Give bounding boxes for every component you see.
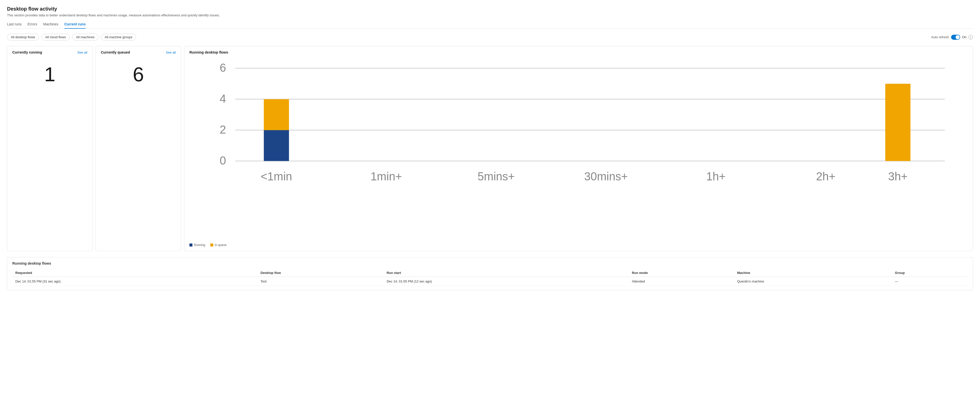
svg-text:<1min: <1min bbox=[261, 170, 292, 183]
table-header-row: Requested Desktop flow Run start Run mod… bbox=[12, 269, 968, 277]
running-flows-table-title: Running desktop flows bbox=[12, 261, 968, 265]
tabs-bar: Last runs Errors Machines Current runs bbox=[7, 22, 973, 29]
svg-text:3h+: 3h+ bbox=[888, 170, 908, 183]
legend-running-dot bbox=[189, 244, 192, 247]
currently-queued-card: Currently queued See all 6 bbox=[95, 46, 181, 251]
col-group: Group bbox=[892, 269, 968, 277]
currently-running-value: 1 bbox=[12, 64, 87, 84]
bar-3hplus-queue bbox=[885, 84, 910, 161]
svg-text:2: 2 bbox=[220, 123, 226, 136]
legend-in-queue: In queue bbox=[210, 243, 227, 247]
svg-text:1min+: 1min+ bbox=[371, 170, 402, 183]
filter-all-machine-groups[interactable]: All machine groups bbox=[101, 34, 136, 40]
legend-in-queue-label: In queue bbox=[215, 243, 227, 247]
svg-text:0: 0 bbox=[220, 154, 226, 167]
currently-queued-value: 6 bbox=[101, 64, 176, 84]
legend-running-label: Running bbox=[194, 243, 205, 247]
svg-text:4: 4 bbox=[220, 92, 226, 105]
filter-all-desktop-flows[interactable]: All desktop flows bbox=[7, 34, 39, 40]
col-requested: Requested bbox=[12, 269, 258, 277]
currently-running-card: Currently running See all 1 bbox=[7, 46, 92, 251]
table-row: Dec 14, 01:55 PM (31 sec ago) Test Dec 1… bbox=[12, 277, 968, 286]
col-desktop-flow: Desktop flow bbox=[258, 269, 383, 277]
auto-refresh-area: Auto refresh On i bbox=[931, 35, 973, 40]
tab-errors[interactable]: Errors bbox=[28, 22, 37, 29]
chart-area: 6 4 2 0 <1min bbox=[189, 57, 968, 247]
cell-requested: Dec 14, 01:55 PM (31 sec ago) bbox=[12, 277, 258, 286]
auto-refresh-label: Auto refresh bbox=[931, 35, 949, 39]
currently-running-see-all[interactable]: See all bbox=[77, 51, 87, 54]
svg-text:2h+: 2h+ bbox=[816, 170, 835, 183]
auto-refresh-status: On bbox=[962, 35, 966, 39]
page-subtitle: This section provides data to better und… bbox=[7, 13, 973, 17]
currently-queued-header: Currently queued See all bbox=[101, 50, 176, 54]
cards-row: Currently running See all 1 Currently qu… bbox=[7, 46, 973, 251]
auto-refresh-toggle[interactable] bbox=[951, 35, 960, 40]
col-run-start: Run start bbox=[383, 269, 629, 277]
tab-current-runs[interactable]: Current runs bbox=[64, 22, 86, 29]
cell-machine: Quentin's machine bbox=[734, 277, 892, 286]
currently-running-title: Currently running bbox=[12, 50, 42, 54]
cell-desktop-flow: Test bbox=[258, 277, 383, 286]
col-run-mode: Run mode bbox=[629, 269, 734, 277]
cell-run-mode: Attended bbox=[629, 277, 734, 286]
filter-all-cloud-flows[interactable]: All cloud flows bbox=[41, 34, 70, 40]
currently-running-header: Currently running See all bbox=[12, 50, 87, 54]
filter-all-machines[interactable]: All machines bbox=[72, 34, 99, 40]
info-icon[interactable]: i bbox=[969, 35, 973, 40]
filters-row: All desktop flows All cloud flows All ma… bbox=[7, 34, 973, 40]
running-flows-table-section: Running desktop flows Requested Desktop … bbox=[7, 257, 973, 290]
tab-machines[interactable]: Machines bbox=[43, 22, 58, 29]
svg-text:1h+: 1h+ bbox=[706, 170, 725, 183]
legend-running: Running bbox=[189, 243, 205, 247]
running-desktop-flows-header: Running desktop flows bbox=[189, 50, 968, 54]
col-machine: Machine bbox=[734, 269, 892, 277]
cell-group: — bbox=[892, 277, 968, 286]
running-flows-table: Requested Desktop flow Run start Run mod… bbox=[12, 269, 968, 286]
svg-text:30mins+: 30mins+ bbox=[584, 170, 628, 183]
running-desktop-flows-title: Running desktop flows bbox=[189, 50, 228, 54]
cell-run-start: Dec 14, 01:55 PM (12 sec ago) bbox=[383, 277, 629, 286]
currently-queued-title: Currently queued bbox=[101, 50, 130, 54]
page-title: Desktop flow activity bbox=[7, 6, 973, 12]
bar-lt1min-queue bbox=[264, 99, 289, 130]
legend-in-queue-dot bbox=[210, 244, 213, 247]
svg-text:6: 6 bbox=[220, 61, 226, 74]
chart-legend: Running In queue bbox=[189, 243, 968, 247]
running-desktop-flows-card: Running desktop flows 6 4 2 0 bbox=[184, 46, 973, 251]
page-container: Desktop flow activity This section provi… bbox=[0, 0, 980, 408]
chart-svg: 6 4 2 0 <1min bbox=[189, 57, 968, 240]
currently-queued-see-all[interactable]: See all bbox=[166, 51, 176, 54]
svg-text:5mins+: 5mins+ bbox=[477, 170, 515, 183]
bar-lt1min-running bbox=[264, 130, 289, 161]
tab-last-runs[interactable]: Last runs bbox=[7, 22, 22, 29]
